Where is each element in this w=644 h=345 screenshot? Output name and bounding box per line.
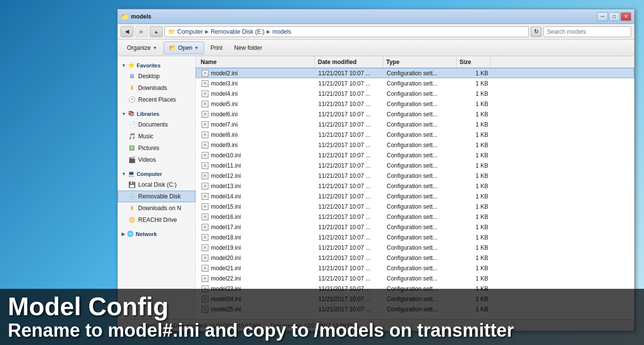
network-icon: 🌐 [127, 231, 134, 237]
table-row[interactable]: ≡ model17.ini 11/21/2017 10:07 ... Confi… [196, 222, 634, 232]
up-button[interactable]: ▲ [150, 26, 163, 37]
file-name-cell: ≡ model5.ini [198, 100, 315, 108]
sidebar-item-removable-disk[interactable]: 💿 Removable Disk [118, 191, 195, 202]
file-name-cell: ≡ model8.ini [198, 131, 315, 139]
table-row[interactable]: ≡ model4.ini 11/21/2017 10:07 ... Config… [196, 88, 634, 99]
close-button[interactable]: ✕ [621, 12, 631, 21]
file-list[interactable]: ≡ model2.ini 11/21/2017 10:07 ... Config… [196, 68, 634, 319]
table-row[interactable]: ≡ model22.ini 11/21/2017 10:07 ... Confi… [196, 273, 634, 283]
sidebar-item-reachit[interactable]: 📀 REACHit Drive [118, 214, 195, 226]
favorites-icon: ⭐ [128, 62, 135, 68]
file-name-cell: ≡ model10.ini [198, 151, 315, 159]
table-row[interactable]: ≡ model16.ini 11/21/2017 10:07 ... Confi… [196, 212, 634, 222]
table-row[interactable]: ≡ model18.ini 11/21/2017 10:07 ... Confi… [196, 232, 634, 242]
table-row[interactable]: ≡ model13.ini 11/21/2017 10:07 ... Confi… [196, 181, 634, 191]
table-row[interactable]: ≡ model21.ini 11/21/2017 10:07 ... Confi… [196, 263, 634, 273]
downloads-n-icon: ⬇ [128, 204, 136, 212]
local-disk-icon: 💾 [128, 181, 136, 189]
file-name-cell: ≡ model20.ini [198, 254, 315, 262]
file-type-cell: Configuration sett... [384, 172, 457, 179]
address-path[interactable]: 📁 Computer ▶ Removable Disk (E:) ▶ model… [165, 26, 529, 37]
ini-file-icon: ≡ [201, 141, 209, 149]
table-row[interactable]: ≡ model15.ini 11/21/2017 10:07 ... Confi… [196, 201, 634, 212]
sidebar-item-pictures[interactable]: 🖼 Pictures [118, 142, 195, 154]
organize-button[interactable]: Organize ▼ [122, 42, 163, 54]
ini-file-icon: ≡ [201, 203, 209, 211]
col-header-size[interactable]: Size [457, 56, 491, 67]
file-type-cell: Configuration sett... [384, 162, 457, 169]
table-row[interactable]: ≡ model5.ini 11/21/2017 10:07 ... Config… [196, 99, 634, 109]
documents-label: Documents [138, 121, 168, 128]
search-input[interactable] [543, 26, 631, 37]
videos-label: Videos [138, 156, 156, 163]
file-name-cell: ≡ model7.ini [198, 121, 315, 129]
ini-file-icon: ≡ [201, 234, 209, 241]
main-content: ▼ ⭐ Favorites 🖥 Desktop ⬇ Downloads 🕐 Re… [118, 56, 634, 319]
file-name-cell: ≡ model13.ini [198, 182, 315, 190]
col-header-name[interactable]: Name [198, 56, 315, 67]
back-button[interactable]: ◀ [121, 26, 133, 37]
file-date-cell: 11/21/2017 10:07 ... [315, 203, 384, 210]
refresh-button[interactable]: ↻ [531, 26, 541, 37]
table-row[interactable]: ≡ model12.ini 11/21/2017 10:07 ... Confi… [196, 171, 634, 181]
favorites-section[interactable]: ▼ ⭐ Favorites [118, 60, 195, 70]
file-type-cell: Configuration sett... [384, 131, 457, 138]
print-button[interactable]: Print [205, 42, 228, 54]
sidebar-item-downloads[interactable]: ⬇ Downloads [118, 82, 195, 94]
forward-button[interactable]: ▶ [135, 26, 148, 37]
computer-section[interactable]: ▼ 💻 Computer [118, 169, 195, 179]
file-name-cell: ≡ model19.ini [198, 244, 315, 252]
table-row[interactable]: ≡ model6.ini 11/21/2017 10:07 ... Config… [196, 109, 634, 119]
table-row[interactable]: ≡ model19.ini 11/21/2017 10:07 ... Confi… [196, 242, 634, 253]
sidebar-item-desktop[interactable]: 🖥 Desktop [118, 70, 195, 82]
table-row[interactable]: ≡ model10.ini 11/21/2017 10:07 ... Confi… [196, 150, 634, 160]
file-type-cell: Configuration sett... [384, 255, 457, 261]
table-row[interactable]: ≡ model7.ini 11/21/2017 10:07 ... Config… [196, 119, 634, 129]
open-icon: 📂 [169, 44, 176, 51]
sidebar-item-local-disk[interactable]: 💾 Local Disk (C:) [118, 179, 195, 191]
file-size-cell: 1 KB [457, 162, 491, 169]
file-name-cell: ≡ model6.ini [198, 110, 315, 118]
path-segment-computer[interactable]: Computer [177, 28, 203, 35]
path-segment-models[interactable]: models [272, 28, 291, 35]
maximize-button[interactable]: □ [609, 12, 620, 21]
ini-file-icon: ≡ [201, 110, 209, 118]
title-bar-left: 📁 models [121, 13, 151, 21]
table-row[interactable]: ≡ model9.ini 11/21/2017 10:07 ... Config… [196, 140, 634, 150]
file-type-cell: Configuration sett... [384, 224, 457, 231]
toolbar: Organize ▼ 📂 Open ▼ Print New folder [118, 40, 634, 56]
new-folder-button[interactable]: New folder [229, 42, 268, 54]
ini-file-icon: ≡ [201, 131, 209, 139]
file-date-cell: 11/21/2017 10:07 ... [315, 265, 384, 272]
table-row[interactable]: ≡ model2.ini 11/21/2017 10:07 ... Config… [196, 68, 634, 78]
table-row[interactable]: ≡ model11.ini 11/21/2017 10:07 ... Confi… [196, 160, 634, 171]
network-section[interactable]: ▶ 🌐 Network [118, 229, 195, 239]
sidebar-item-recent-places[interactable]: 🕐 Recent Places [118, 94, 195, 106]
table-row[interactable]: ≡ model8.ini 11/21/2017 10:07 ... Config… [196, 129, 634, 140]
file-type-cell: Configuration sett... [384, 121, 457, 128]
file-size-cell: 1 KB [457, 244, 491, 251]
col-header-type[interactable]: Type [383, 56, 457, 67]
table-row[interactable]: ≡ model14.ini 11/21/2017 10:07 ... Confi… [196, 191, 634, 201]
file-name-cell: ≡ model2.ini [198, 69, 315, 77]
file-name-cell: ≡ model3.ini [198, 80, 315, 87]
sidebar-item-documents[interactable]: 📄 Documents [118, 119, 195, 130]
folder-path-icon: 📁 [168, 28, 175, 35]
desktop-icon: 🖥 [128, 72, 136, 80]
file-type-cell: Configuration sett... [384, 142, 457, 149]
minimize-button[interactable]: ─ [597, 12, 608, 21]
file-list-container: Name Date modified Type Size ≡ model2.in… [196, 56, 634, 319]
col-header-date[interactable]: Date modified [315, 56, 383, 67]
path-segment-removable[interactable]: Removable Disk (E:) [211, 28, 265, 35]
reachit-label: REACHit Drive [138, 216, 177, 223]
open-button[interactable]: 📂 Open ▼ [164, 42, 204, 54]
file-date-cell: 11/21/2017 10:07 ... [315, 131, 384, 138]
removable-disk-label: Removable Disk [138, 193, 181, 200]
sidebar-item-downloads-n[interactable]: ⬇ Downloads on N [118, 202, 195, 214]
table-row[interactable]: ≡ model3.ini 11/21/2017 10:07 ... Config… [196, 78, 634, 88]
libraries-section[interactable]: ▼ 📚 Libraries [118, 108, 195, 119]
file-size-cell: 1 KB [457, 80, 491, 87]
table-row[interactable]: ≡ model20.ini 11/21/2017 10:07 ... Confi… [196, 253, 634, 263]
sidebar-item-videos[interactable]: 🎬 Videos [118, 154, 195, 166]
sidebar-item-music[interactable]: 🎵 Music [118, 130, 195, 142]
